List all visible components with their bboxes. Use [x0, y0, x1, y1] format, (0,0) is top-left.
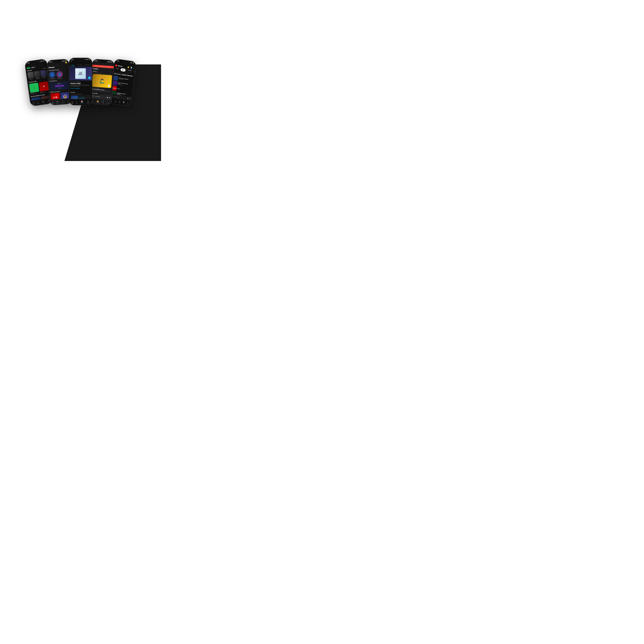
amazon-featured-badge: FEATURED PODCAST: [70, 81, 91, 82]
radio-host-avatar: 👨‍🎤: [99, 78, 105, 84]
apple-radio-nav-listen[interactable]: 🎵 Listen: [102, 100, 104, 104]
amazon-nav-find[interactable]: ⌕ FIND: [76, 100, 78, 104]
song-info-3: Music: [117, 88, 129, 91]
amazon-pickup-badge: ALL ACCESS: [79, 97, 84, 99]
notch-amazon: [77, 58, 85, 61]
pill-all[interactable]: All: [27, 67, 30, 69]
amazon-logo-text: amazon: [70, 87, 75, 89]
song-thumb-1: [113, 75, 118, 81]
amazon-featured-title: Dateline NBC: [70, 82, 91, 84]
yt-np-next[interactable]: ⏭: [129, 98, 130, 99]
deezer-time: 6:21: [49, 61, 52, 63]
deezer-bell-icon[interactable]: 🔔: [65, 61, 67, 64]
amazon-tabs: MUSIC ALL-ACCESS PODCASTS: [69, 64, 92, 67]
amazon-pickup-sub: Top picks based on your favourites: [70, 93, 91, 94]
recent-text-2: Shorol Path● Playlist: [35, 77, 40, 80]
deezer-nav-explore[interactable]: ◉ Explore: [56, 100, 59, 104]
amazon-tab-music[interactable]: MUSIC: [71, 64, 75, 66]
yt-title-row: ▶ Music: [115, 64, 123, 67]
amazon-nav-library[interactable]: 📚 LIBRARY: [80, 100, 84, 104]
song-info-2: O Provu Amake Dawna Dana Hossain Adnan: [118, 82, 130, 87]
spotify-recents-row: Shorol PathAlbum Shorol Path● Playlist E…: [27, 70, 48, 80]
apple-music-icon: ♪: [93, 65, 94, 67]
spotify-radio-row: ♪ Habib Wahid Minar Rahman, Habib Wahid.…: [29, 81, 50, 95]
song-more-1[interactable]: ⋮: [131, 79, 133, 81]
deezer-nav-favs[interactable]: ♡ Favourites: [61, 100, 65, 103]
song-more-4[interactable]: ⋮: [129, 95, 131, 96]
song-thumb-2: [112, 81, 118, 86]
np-title: Not Playing: [95, 96, 106, 98]
np-next-icon[interactable]: ⏭: [109, 97, 110, 98]
yt-tag-energise[interactable]: Energise: [126, 69, 133, 73]
deezer-banner: Shake... DEEZER quizzes: [50, 81, 69, 91]
phone-deezer: 6:21 ▲▲ WiFi 🔋 🔔 Home Your favourite art…: [46, 59, 72, 105]
recent-thumb-3: [40, 70, 47, 76]
recent-item-2: Shorol Path● Playlist: [34, 71, 41, 80]
apple-radio-nav-radio[interactable]: 📻 Radio: [97, 100, 99, 103]
np-info: Not Playing: [95, 96, 106, 98]
deezer-artists-row: 👤 Sheikh Masduk 👤 Sadikul Masd...: [49, 70, 69, 80]
yt-status-icons: WiFi 🔋: [130, 62, 134, 64]
apple-music-label: Music: [94, 65, 97, 67]
yt-title: Music: [118, 65, 123, 67]
deezer-home-title: Home: [48, 65, 68, 69]
yt-cast-icon[interactable]: 📡: [130, 67, 133, 69]
yt-np-label: Nothing is playing: [113, 96, 127, 99]
spotify-nav-library[interactable]: ▤ Your Library: [41, 100, 45, 103]
radio-show-info: 8:00 - 8:00-10:00 PM The Matt Wilkinson …: [91, 88, 111, 93]
apple-radio-nav-search[interactable]: ⌕ Search: [107, 101, 109, 104]
recent-item-1: Shorol PathAlbum: [27, 72, 34, 80]
amazon-nav-home[interactable]: ⌂ HOME: [71, 100, 73, 104]
yt-tag-workout[interactable]: Work out: [120, 68, 126, 72]
recent-thumb-1: [27, 72, 34, 78]
amazon-tab-podcasts[interactable]: PODCASTS: [84, 64, 90, 66]
amazon-settings-icon[interactable]: ⚙: [71, 60, 72, 62]
yt-nav-explore[interactable]: ◉ Explore: [118, 101, 121, 103]
deezer-nav-home[interactable]: ⌂ Home: [51, 101, 54, 104]
song-more-3[interactable]: ⋮: [129, 90, 131, 91]
amazon-play-icon[interactable]: ▶: [88, 76, 91, 79]
yt-nav-library[interactable]: 📚 Library: [123, 101, 125, 104]
amazon-pickup-title: Let's get...: [70, 92, 91, 93]
recent-item-3: Ela Eidul AchaAlbum: [40, 70, 47, 79]
song-info-1: Rahmatun Lil'Alameen Hossain Adnan: [118, 78, 130, 81]
artist-avatar-2: 👤: [56, 71, 63, 78]
radio-card-2: W Warfaze Warfaze, Shironamhin...: [39, 81, 49, 93]
pill-music[interactable]: Music: [30, 66, 35, 69]
yt-np-play[interactable]: ▶: [127, 97, 128, 99]
deezer-artist-2: 👤 Sadikul Masd...: [56, 71, 63, 79]
artist-name-1: Sheikh Masduk: [49, 78, 56, 80]
amazon-logo-music: music: [76, 87, 80, 89]
song-more-2[interactable]: ⋮: [130, 84, 132, 86]
spotify-nav-search[interactable]: ⌕ Search: [37, 101, 39, 104]
amazon-bottom-nav: ⌂ HOME ⌕ FIND 📚 LIBRARY ★ UPGRADE: [69, 99, 92, 105]
np-play-icon[interactable]: ▶: [107, 96, 108, 98]
spotify-time: 6:16: [27, 62, 29, 64]
yt-nav-samples[interactable]: ▤ Samples: [114, 100, 117, 103]
spotify-nav-home[interactable]: ⌂ Home: [32, 102, 35, 105]
yt-search-icon[interactable]: ⌕: [133, 67, 134, 69]
amazon-featured-img: TRUECRIMEWEEKLY ▶: [69, 67, 92, 80]
amazon-tab-allaccess[interactable]: ALL-ACCESS: [76, 64, 83, 66]
deezer-artist-1: 👤 Sheikh Masduk: [49, 71, 56, 80]
phone-amazon: 6:18 ▲▲ WiFi 🔋 ⚙ MUSIC ALL-ACCESS PODCAS…: [69, 58, 92, 105]
artist-name-2: Sadikul Masd...: [56, 78, 63, 79]
np-controls: ▶ ⏭: [107, 96, 110, 98]
radio-hero-bg: 👨‍🎤 ▶: [92, 74, 112, 88]
phone-apple-radio: 6:18 ▲▲ WiFi 🔋 ♪ Music Try it now and ge…: [89, 59, 115, 105]
apple-music-trial: Try it now and get 1 month free.: [98, 66, 110, 67]
artist-avatar-1: 👤: [49, 71, 56, 78]
radio-play-icon[interactable]: ▶: [107, 85, 110, 87]
yt-header-icons: 🔔 📡 ⌕: [127, 66, 134, 69]
song-title-3: Music: [117, 88, 129, 91]
yt-bell-icon[interactable]: 🔔: [127, 66, 129, 68]
yt-logo-icon: ▶: [115, 64, 117, 67]
yt-tag-relax[interactable]: Relax: [115, 67, 120, 71]
apple-radio-time: 6:18: [94, 60, 97, 62]
yt-tag-feelgood[interactable]: Feel good: [133, 70, 136, 73]
amazon-featured-content: FEATURED PODCAST Dateline NBC A Police I…: [69, 80, 92, 91]
radio-card-1: ♪ Habib Wahid Minar Rahman, Habib Wahid.…: [29, 83, 40, 95]
apple-music1-section: Music 1 The new music that matters.: [93, 71, 112, 75]
yt-nav-upgrade[interactable]: ★ Upgrade: [126, 102, 129, 105]
amazon-nav-upgrade[interactable]: ★ UPGRADE: [86, 100, 90, 104]
